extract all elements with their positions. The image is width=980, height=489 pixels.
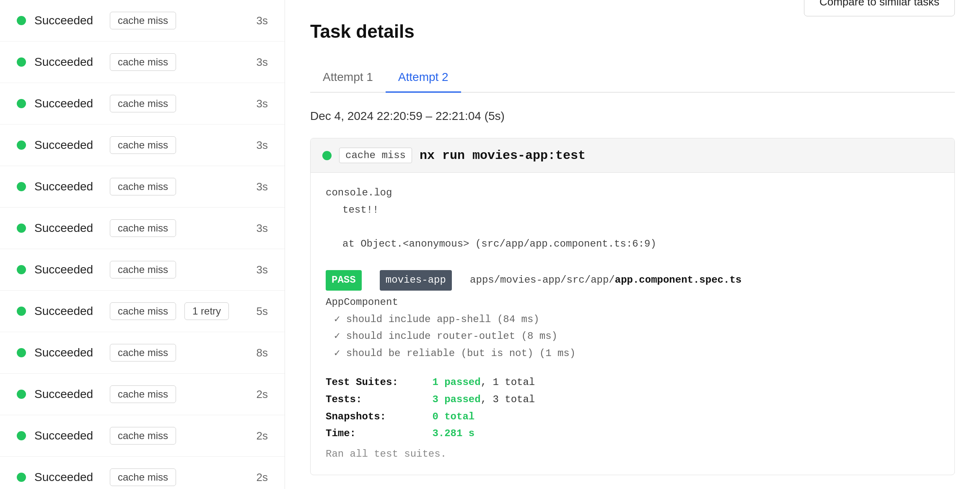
task-row[interactable]: Succeeded cache miss 3s: [0, 83, 285, 125]
status-text: Succeeded: [34, 388, 101, 401]
status-text: Succeeded: [34, 14, 101, 27]
file-path-prefix: apps/movies-app/src/app/: [470, 274, 615, 286]
test-line: test!!: [326, 202, 939, 219]
status-text: Succeeded: [34, 55, 101, 69]
pass-line: PASS movies-app apps/movies-app/src/app/…: [326, 270, 939, 291]
cache-miss-badge: cache miss: [110, 219, 176, 237]
task-row[interactable]: Succeeded cache miss 3s: [0, 166, 285, 208]
status-dot: [17, 57, 26, 67]
task-row[interactable]: Succeeded cache miss 3s: [0, 42, 285, 83]
duration: 5s: [257, 305, 268, 318]
terminal-body: console.log test!! at Object.<anonymous>…: [311, 173, 954, 475]
status-dot: [17, 348, 26, 357]
cache-miss-badge: cache miss: [110, 385, 176, 403]
status-text: Succeeded: [34, 221, 101, 235]
cache-miss-badge: cache miss: [110, 344, 176, 362]
check-line: ✓ should include app-shell (84 ms): [326, 311, 939, 328]
check-line: ✓ should include router-outlet (8 ms): [326, 328, 939, 345]
duration: 3s: [257, 180, 268, 193]
ran-all: Ran all test suites.: [326, 446, 939, 463]
left-panel: Succeeded cache miss 3s Succeeded cache …: [0, 0, 285, 489]
status-dot: [17, 140, 26, 150]
status-text: Succeeded: [34, 180, 101, 193]
duration: 3s: [257, 263, 268, 276]
tabs-container: Attempt 1Attempt 2: [310, 63, 955, 93]
cache-miss-badge: cache miss: [110, 302, 176, 320]
cache-miss-badge: cache miss: [110, 53, 176, 71]
cache-miss-badge: cache miss: [110, 261, 176, 278]
status-text: Succeeded: [34, 97, 101, 110]
suite-row: Tests: 3 passed, 3 total: [326, 391, 939, 408]
status-text: Succeeded: [34, 138, 101, 152]
duration: 3s: [257, 222, 268, 235]
check-line: ✓ should be reliable (but is not) (1 ms): [326, 345, 939, 362]
status-dot: [17, 265, 26, 274]
status-dot: [17, 99, 26, 108]
task-row[interactable]: Succeeded cache miss 3s: [0, 249, 285, 291]
duration: 3s: [257, 14, 268, 27]
cache-miss-badge: cache miss: [110, 427, 176, 445]
status-dot: [17, 182, 26, 191]
status-text: Succeeded: [34, 346, 101, 359]
file-path: apps/movies-app/src/app/app.component.sp…: [470, 274, 741, 286]
status-dot: [17, 307, 26, 316]
suite-label: Tests:: [326, 391, 426, 408]
datetime-range: Dec 4, 2024 22:20:59 – 22:21:04 (5s): [310, 109, 955, 123]
status-dot: [17, 390, 26, 399]
task-row[interactable]: Succeeded cache miss 8s: [0, 332, 285, 374]
suite-row: Time: 3.281 s: [326, 425, 939, 442]
status-dot: [17, 16, 26, 25]
task-row[interactable]: Succeeded cache miss 3s: [0, 0, 285, 42]
cache-miss-badge: cache miss: [339, 148, 412, 163]
task-row[interactable]: Succeeded cache miss 1 retry 5s: [0, 291, 285, 332]
suite-value: 3.281 s: [432, 428, 474, 439]
duration: 3s: [257, 97, 268, 110]
suite-suffix: , 3 total: [481, 394, 535, 405]
status-text: Succeeded: [34, 471, 101, 484]
status-dot: [17, 224, 26, 233]
duration: 2s: [257, 429, 268, 442]
task-row[interactable]: Succeeded cache miss 2s: [0, 457, 285, 489]
suite-value: 1 passed: [432, 377, 480, 388]
cache-miss-badge: cache miss: [110, 136, 176, 154]
status-dot: [17, 473, 26, 482]
suite-label: Snapshots:: [326, 408, 426, 426]
status-text: Succeeded: [34, 304, 101, 318]
pass-badge: PASS: [326, 270, 362, 291]
terminal-status-dot: [322, 151, 332, 160]
tab-attempt-1[interactable]: Attempt 1: [310, 63, 386, 93]
task-row[interactable]: Succeeded cache miss 2s: [0, 415, 285, 457]
at-line: at Object.<anonymous> (src/app/app.compo…: [326, 236, 939, 253]
duration: 2s: [257, 388, 268, 401]
file-path-bold: app.component.spec.ts: [615, 274, 741, 286]
suite-value: 0 total: [432, 411, 474, 422]
terminal-box: cache miss nx run movies-app:test consol…: [310, 138, 955, 475]
retry-badge: 1 retry: [184, 302, 229, 320]
suite-label: Time:: [326, 425, 426, 442]
tab-attempt-2[interactable]: Attempt 2: [386, 63, 461, 93]
duration: 3s: [257, 139, 268, 152]
suite-value: 3 passed: [432, 394, 480, 405]
task-row[interactable]: Succeeded cache miss 2s: [0, 374, 285, 415]
suite-label: Test Suites:: [326, 374, 426, 391]
terminal-command: nx run movies-app:test: [420, 148, 586, 163]
cache-miss-badge: cache miss: [110, 468, 176, 486]
movies-app-badge: movies-app: [380, 270, 452, 291]
duration: 2s: [257, 471, 268, 484]
status-text: Succeeded: [34, 263, 101, 276]
cache-miss-badge: cache miss: [110, 12, 176, 29]
console-log-line: console.log: [326, 185, 939, 202]
right-panel: Compare to similar tasks Task details At…: [285, 0, 980, 489]
duration: 3s: [257, 56, 268, 69]
task-row[interactable]: Succeeded cache miss 3s: [0, 208, 285, 249]
app-component-label: AppComponent: [326, 294, 939, 311]
cache-miss-badge: cache miss: [110, 178, 176, 195]
suite-suffix: , 1 total: [481, 377, 535, 388]
task-details-title: Task details: [310, 21, 955, 42]
suite-row: Snapshots: 0 total: [326, 408, 939, 426]
suite-row: Test Suites: 1 passed, 1 total: [326, 374, 939, 391]
status-text: Succeeded: [34, 429, 101, 442]
task-row[interactable]: Succeeded cache miss 3s: [0, 125, 285, 166]
status-dot: [17, 431, 26, 440]
compare-button[interactable]: Compare to similar tasks: [804, 0, 955, 16]
